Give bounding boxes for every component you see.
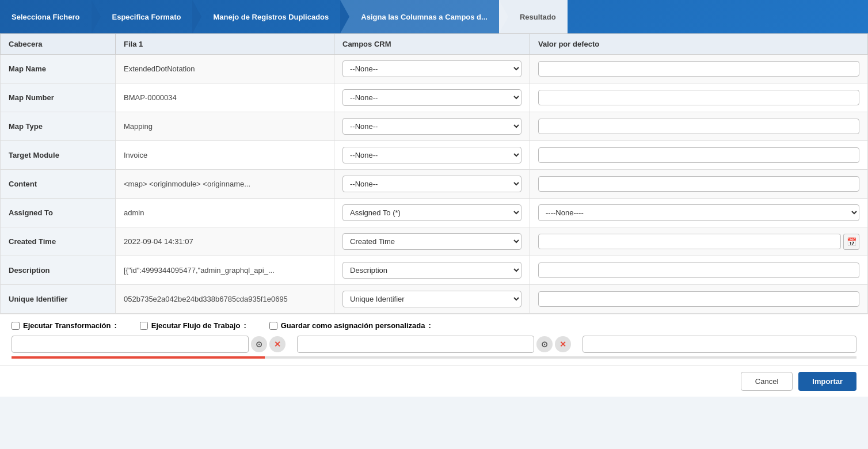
col-header-fila1: Fila 1 — [116, 34, 334, 55]
cancel-button[interactable]: Cancel — [741, 372, 793, 391]
row-1-fila1: BMAP-0000034 — [116, 83, 334, 112]
row-8-header: Unique Identifier — [1, 285, 116, 314]
input-group-2: ⊙ ✕ — [297, 336, 571, 353]
row-6-campo-select[interactable]: --None--Assigned To (*)Created TimeDescr… — [342, 233, 521, 250]
row-8-campo: --None--Assigned To (*)Created TimeDescr… — [334, 285, 530, 314]
bottom-bar: Ejecutar Transformación : Ejecutar Flujo… — [0, 314, 868, 366]
table-row: Map NameExtendedDotNotation--None--Assig… — [1, 55, 868, 83]
checkbox-flujo-label: Ejecutar Flujo de Trabajo — [151, 321, 241, 330]
wizard-step-3-label: Manejo de Registros Duplicados — [213, 13, 329, 21]
checkbox-flujo[interactable]: Ejecutar Flujo de Trabajo : — [140, 321, 246, 330]
row-1-campo-select[interactable]: --None--Assigned To (*)Created TimeDescr… — [342, 89, 521, 106]
row-8-campo-select[interactable]: --None--Assigned To (*)Created TimeDescr… — [342, 291, 521, 307]
table-row: Map TypeMapping--None--Assigned To (*)Cr… — [1, 112, 868, 141]
wizard-step-5-label: Resultado — [520, 13, 556, 21]
row-5-fila1: admin — [116, 199, 334, 227]
wizard-step-4-label: Asigna las Columnas a Campos d... — [361, 13, 488, 21]
row-6-campo: --None--Assigned To (*)Created TimeDescr… — [334, 227, 530, 256]
transformacion-remove-btn[interactable]: ✕ — [269, 336, 285, 352]
row-3-campo-select[interactable]: --None--Assigned To (*)Created TimeDescr… — [342, 147, 521, 163]
wizard-bar: Selecciona Fichero Especifica Formato Ma… — [0, 0, 868, 33]
wizard-step-5[interactable]: Resultado — [499, 0, 568, 33]
row-0-header: Map Name — [1, 55, 116, 83]
table-row: Map NumberBMAP-0000034--None--Assigned T… — [1, 83, 868, 112]
wizard-step-1[interactable]: Selecciona Fichero — [0, 0, 92, 33]
action-bar: Cancel Importar — [0, 366, 868, 397]
row-4-fila1: <map> <originmodule> <originname... — [116, 170, 334, 199]
table-row: Unique Identifier052b735e2a042be24bd338b… — [1, 285, 868, 314]
row-2-valor — [530, 112, 868, 141]
wizard-step-3[interactable]: Manejo de Registros Duplicados — [192, 0, 340, 33]
row-4-campo: --None--Assigned To (*)Created TimeDescr… — [334, 170, 530, 199]
import-button[interactable]: Importar — [798, 372, 856, 391]
col-header-valor: Valor por defecto — [530, 34, 868, 55]
row-6-calendar-btn[interactable]: 📅 — [843, 234, 859, 250]
checkbox-row: Ejecutar Transformación : Ejecutar Flujo… — [12, 321, 856, 330]
row-5-campo-select[interactable]: --None--Assigned To (*)Created TimeDescr… — [342, 204, 521, 221]
row-7-campo-select[interactable]: --None--Assigned To (*)Created TimeDescr… — [342, 262, 521, 279]
checkbox-asignacion[interactable]: Guardar como asignación personalizada : — [269, 321, 431, 330]
row-8-valor — [530, 285, 868, 314]
table-row: Assigned Toadmin--None--Assigned To (*)C… — [1, 199, 868, 227]
row-6-fila1: 2022-09-04 14:31:07 — [116, 227, 334, 256]
main-content: Cabecera Fila 1 Campos CRM Valor por def… — [0, 33, 868, 314]
row-1-campo: --None--Assigned To (*)Created TimeDescr… — [334, 83, 530, 112]
row-4-valor — [530, 170, 868, 199]
row-6-calendar-cell: 📅 — [538, 234, 859, 250]
wizard-step-4[interactable]: Asigna las Columnas a Campos d... — [340, 0, 499, 33]
checkbox-asignacion-label: Guardar como asignación personalizada — [281, 321, 425, 330]
row-6-valor: 📅 — [530, 227, 868, 256]
row-2-campo: --None--Assigned To (*)Created TimeDescr… — [334, 112, 530, 141]
row-5-header: Assigned To — [1, 199, 116, 227]
flujo-input[interactable] — [297, 336, 534, 353]
row-7-campo: --None--Assigned To (*)Created TimeDescr… — [334, 256, 530, 285]
row-2-campo-select[interactable]: --None--Assigned To (*)Created TimeDescr… — [342, 118, 521, 135]
checkbox-flujo-input[interactable] — [140, 322, 148, 330]
row-0-campo: --None--Assigned To (*)Created TimeDescr… — [334, 55, 530, 83]
row-3-valor — [530, 141, 868, 170]
wizard-step-2[interactable]: Especifica Formato — [92, 0, 193, 33]
asignacion-input[interactable] — [583, 336, 856, 353]
row-4-valor-input[interactable] — [538, 176, 859, 192]
transformacion-input[interactable] — [12, 336, 249, 353]
row-0-fila1: ExtendedDotNotation — [116, 55, 334, 83]
row-5-valor: ----None---- — [530, 199, 868, 227]
row-1-valor-input[interactable] — [538, 90, 859, 105]
row-5-valor-select[interactable]: ----None---- — [538, 204, 859, 221]
row-4-campo-select[interactable]: --None--Assigned To (*)Created TimeDescr… — [342, 176, 521, 192]
row-7-header: Description — [1, 256, 116, 285]
row-2-fila1: Mapping — [116, 112, 334, 141]
input-group-1: ⊙ ✕ — [12, 336, 285, 353]
row-0-valor-input[interactable] — [538, 61, 859, 77]
row-7-fila1: [{"id":4999344095477,"admin_graphql_api_… — [116, 256, 334, 285]
table-row: Description[{"id":4999344095477,"admin_g… — [1, 256, 868, 285]
table-row: Target ModuleInvoice--None--Assigned To … — [1, 141, 868, 170]
col-header-cabecera: Cabecera — [1, 34, 116, 55]
row-6-header: Created Time — [1, 227, 116, 256]
row-7-valor-input[interactable] — [538, 262, 859, 278]
flujo-remove-btn[interactable]: ✕ — [555, 336, 571, 352]
row-2-header: Map Type — [1, 112, 116, 141]
checkbox-transformacion-input[interactable] — [12, 322, 20, 330]
progress-bar — [12, 356, 856, 359]
flujo-clear-btn[interactable]: ⊙ — [536, 336, 553, 352]
input-row: ⊙ ✕ ⊙ ✕ — [12, 336, 856, 353]
row-2-valor-input[interactable] — [538, 119, 859, 134]
row-0-valor — [530, 55, 868, 83]
row-5-campo: --None--Assigned To (*)Created TimeDescr… — [334, 199, 530, 227]
wizard-step-2-label: Especifica Formato — [112, 13, 181, 21]
row-3-campo: --None--Assigned To (*)Created TimeDescr… — [334, 141, 530, 170]
mapping-table: Cabecera Fila 1 Campos CRM Valor por def… — [0, 33, 868, 314]
row-7-valor — [530, 256, 868, 285]
row-8-valor-input[interactable] — [538, 291, 859, 307]
checkbox-transformacion[interactable]: Ejecutar Transformación : — [12, 321, 117, 330]
checkbox-asignacion-input[interactable] — [269, 322, 277, 330]
checkbox-transformacion-label: Ejecutar Transformación — [23, 321, 111, 330]
row-3-valor-input[interactable] — [538, 147, 859, 163]
progress-bar-fill — [12, 356, 265, 359]
row-0-campo-select[interactable]: --None--Assigned To (*)Created TimeDescr… — [342, 60, 521, 77]
input-group-3 — [583, 336, 856, 353]
transformacion-clear-btn[interactable]: ⊙ — [251, 336, 267, 352]
row-1-header: Map Number — [1, 83, 116, 112]
row-6-date-input[interactable] — [538, 234, 841, 249]
